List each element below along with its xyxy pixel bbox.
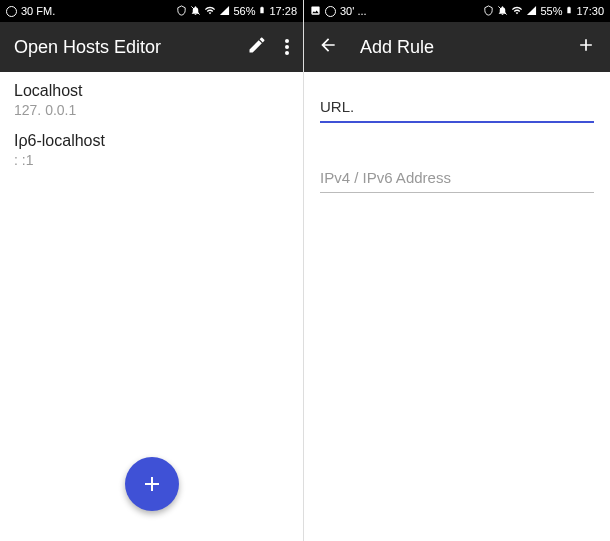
status-left-text: 30 FM. <box>21 5 55 17</box>
wifi-icon <box>511 5 523 18</box>
host-name: Iρ6-localhost <box>14 132 289 150</box>
signal-icon <box>219 5 230 18</box>
status-left-text: 30' ... <box>340 5 367 17</box>
battery-icon <box>565 4 573 18</box>
screen-hosts-list: 30 FM. 56% 17:28 Open Hosts Editor <box>0 0 304 541</box>
status-bar: 30 FM. 56% 17:28 <box>0 0 303 22</box>
status-time: 17:30 <box>576 5 604 17</box>
address-field[interactable] <box>320 163 594 193</box>
clock-icon <box>6 6 17 17</box>
status-bar: 30' ... 55% 17:30 <box>304 0 610 22</box>
add-icon[interactable] <box>576 35 596 59</box>
alarm-icon <box>483 5 494 18</box>
list-item[interactable]: Localhost 127. 0.0.1 <box>14 82 289 118</box>
status-time: 17:28 <box>269 5 297 17</box>
wifi-icon <box>204 5 216 18</box>
app-bar: Open Hosts Editor <box>0 22 303 72</box>
status-left: 30 FM. <box>6 5 176 17</box>
app-bar: Add Rule <box>304 22 610 72</box>
host-list: Localhost 127. 0.0.1 Iρ6-localhost : :1 <box>0 72 303 192</box>
host-ip: : :1 <box>14 152 289 168</box>
alarm-icon <box>176 5 187 18</box>
status-left: 30' ... <box>310 5 483 18</box>
url-field[interactable] <box>320 92 594 123</box>
more-icon[interactable] <box>285 39 289 55</box>
signal-icon <box>526 5 537 18</box>
host-ip: 127. 0.0.1 <box>14 102 289 118</box>
add-button[interactable] <box>125 457 179 511</box>
back-icon[interactable] <box>318 35 338 59</box>
image-icon <box>310 5 321 18</box>
clock-icon <box>325 6 336 17</box>
battery-icon <box>258 4 266 18</box>
add-rule-form <box>304 72 610 253</box>
status-right: 55% 17:30 <box>483 4 604 18</box>
battery-text: 56% <box>233 5 255 17</box>
status-right: 56% 17:28 <box>176 4 297 18</box>
mute-icon <box>497 5 508 18</box>
list-item[interactable]: Iρ6-localhost : :1 <box>14 132 289 168</box>
app-title: Open Hosts Editor <box>14 37 247 58</box>
host-name: Localhost <box>14 82 289 100</box>
screen-add-rule: 30' ... 55% 17:30 Add Rule <box>304 0 610 541</box>
edit-icon[interactable] <box>247 35 267 59</box>
app-title: Add Rule <box>360 37 576 58</box>
battery-text: 55% <box>540 5 562 17</box>
mute-icon <box>190 5 201 18</box>
